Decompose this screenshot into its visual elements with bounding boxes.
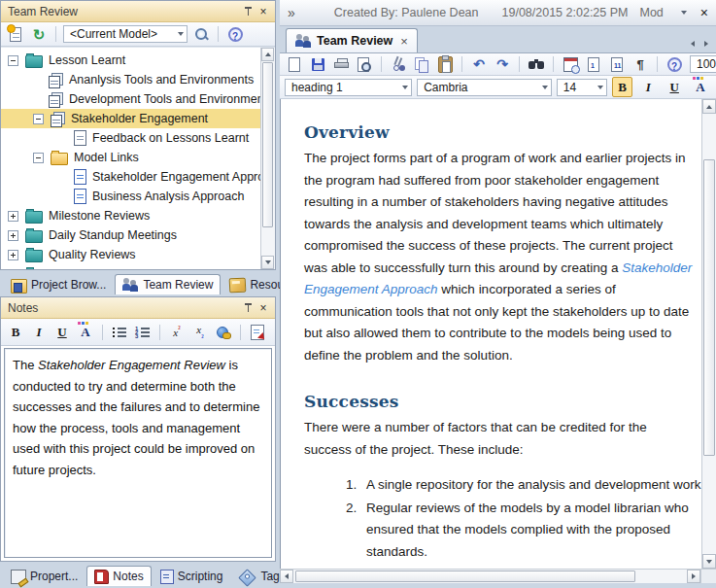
pin-icon[interactable] <box>240 4 256 18</box>
tree-vertical-scrollbar[interactable] <box>260 48 275 269</box>
scrollbar-thumb[interactable] <box>703 159 715 456</box>
italic-button[interactable]: I <box>637 77 659 97</box>
tab-project-browser[interactable]: Project Brow... <box>3 274 114 294</box>
model-combo[interactable]: <Current Model> <box>63 25 188 43</box>
new-topic-button[interactable] <box>6 24 25 44</box>
style-combo-value: heading 1 <box>291 81 398 94</box>
tree-item[interactable]: Milestone Reviews <box>1 206 260 225</box>
paste-icon <box>438 56 453 73</box>
collapse-chevron-icon[interactable]: » <box>288 5 295 20</box>
document-content[interactable]: Overview The project forms part of a pro… <box>281 99 701 569</box>
scroll-up-button[interactable] <box>702 99 716 114</box>
tree-item[interactable]: Weekly Reviews <box>1 264 260 269</box>
tree-item[interactable]: Development Tools and Environments <box>1 89 260 109</box>
italic-button[interactable]: I <box>29 323 49 342</box>
hyperlink-button[interactable] <box>214 323 233 342</box>
new-document-button[interactable] <box>285 54 304 74</box>
close-icon[interactable]: × <box>256 4 271 18</box>
tree-item[interactable]: Daily Standup Meetings <box>1 225 260 245</box>
expand-icon[interactable] <box>8 230 18 241</box>
bold-button[interactable]: B <box>6 323 25 342</box>
expand-icon[interactable] <box>8 211 18 222</box>
document-horizontal-scrollbar[interactable] <box>280 569 716 583</box>
tree-item[interactable]: Model Links <box>1 148 260 167</box>
collapse-icon[interactable] <box>33 153 44 163</box>
superscript-button[interactable]: x² <box>167 323 187 342</box>
tab-team-review-document[interactable]: Team Review × <box>286 28 418 52</box>
font-color-icon: A <box>696 80 704 95</box>
tree-item[interactable]: Quality Reviews <box>1 245 260 264</box>
font-color-button[interactable]: A <box>690 77 711 97</box>
scroll-tabs-left-icon[interactable] <box>691 41 695 47</box>
scroll-right-button[interactable] <box>687 570 700 583</box>
style-combo[interactable]: heading 1 <box>285 79 412 96</box>
cut-button[interactable] <box>389 54 408 74</box>
pin-icon[interactable] <box>240 300 256 315</box>
underline-button[interactable]: U <box>52 323 72 342</box>
tab-close-icon[interactable]: × <box>400 34 408 49</box>
tab-properties[interactable]: Propert... <box>3 566 85 586</box>
tree-item[interactable]: Stakeholder Engagement <box>1 109 260 128</box>
tab-scroll-arrows <box>691 41 712 52</box>
notes-text[interactable]: The Stakeholder Engagement Review is con… <box>4 348 272 558</box>
arrow-down-icon <box>265 260 271 264</box>
insert-document-button[interactable] <box>248 323 267 342</box>
bold-button[interactable]: B <box>612 77 633 97</box>
undo-button[interactable]: ↶ <box>469 54 489 74</box>
search-button[interactable] <box>191 24 211 44</box>
font-size-combo[interactable]: 14 <box>557 79 607 96</box>
collapse-icon[interactable] <box>8 55 18 66</box>
expand-icon[interactable] <box>8 269 18 270</box>
save-button[interactable] <box>308 54 327 74</box>
tab-scripting[interactable]: Scripting <box>153 566 231 586</box>
scroll-up-button[interactable] <box>261 48 274 61</box>
close-icon[interactable]: × <box>256 300 271 315</box>
print-preview-button[interactable] <box>355 54 374 74</box>
paste-button[interactable] <box>435 54 455 74</box>
underline-button[interactable]: U <box>664 77 685 97</box>
scrollbar-thumb[interactable] <box>262 62 273 227</box>
chevron-down-icon[interactable] <box>681 11 687 15</box>
scroll-tabs-right-icon[interactable] <box>704 41 708 47</box>
insert-document-icon <box>251 325 264 340</box>
find-button[interactable] <box>527 54 546 74</box>
document-panel-header: » Created By: Paulene Dean 19/08/2015 2:… <box>280 0 716 26</box>
new-document-icon <box>289 57 300 72</box>
scrollbar-thumb[interactable] <box>295 571 635 582</box>
insert-page-count-button[interactable]: 11 <box>607 54 627 74</box>
font-combo[interactable]: Cambria <box>417 79 552 96</box>
font-color-button[interactable]: A <box>76 323 95 342</box>
copy-button[interactable] <box>412 54 431 74</box>
overview-heading: Overview <box>304 122 690 142</box>
tree-item[interactable]: Ananlysis Tools and Environments <box>1 70 260 89</box>
formatting-marks-button[interactable]: ¶ <box>631 54 650 74</box>
tab-notes[interactable]: Notes <box>86 566 151 586</box>
tree-item[interactable]: Lesson Learnt <box>1 51 260 70</box>
tree-item[interactable]: Feedback on Lessons Learnt <box>1 128 260 148</box>
tree-item[interactable]: Business Analysis Approach <box>1 187 260 206</box>
hscroll-track[interactable] <box>280 569 700 583</box>
help-button[interactable]: ? <box>225 24 245 44</box>
collapse-icon[interactable] <box>33 114 44 124</box>
tree-item[interactable]: Stakeholder Engagement Approach <box>1 167 260 187</box>
scroll-down-button[interactable] <box>702 554 716 569</box>
zoom-combo[interactable]: 100% <box>690 55 716 73</box>
print-button[interactable] <box>331 54 351 74</box>
close-icon[interactable]: × <box>700 6 708 19</box>
subscript-button[interactable]: x₂ <box>190 323 210 342</box>
refresh-button[interactable]: ↻ <box>29 24 49 44</box>
document-vertical-scrollbar[interactable] <box>701 99 716 569</box>
insert-page-number-button[interactable]: 1 <box>584 54 603 74</box>
insert-page-number-icon: 1 <box>588 57 599 72</box>
insert-date-button[interactable] <box>561 54 580 74</box>
expand-icon[interactable] <box>8 250 18 260</box>
project-browser-icon <box>11 279 27 294</box>
scroll-down-button[interactable] <box>261 256 274 269</box>
help-button[interactable]: ? <box>665 54 684 74</box>
scroll-left-button[interactable] <box>280 570 293 583</box>
redo-button[interactable]: ↷ <box>493 54 512 74</box>
numbered-list-button[interactable] <box>133 323 153 342</box>
tab-team-review[interactable]: Team Review <box>115 274 221 294</box>
created-timestamp: 19/08/2015 2:02:25 PM <box>502 6 629 19</box>
bullet-list-button[interactable] <box>110 323 129 342</box>
